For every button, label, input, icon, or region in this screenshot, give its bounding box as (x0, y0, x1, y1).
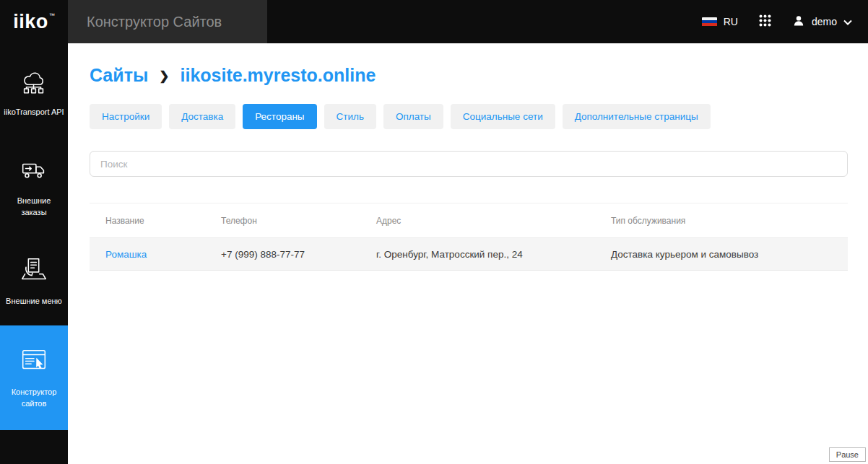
breadcrumb-separator-icon: ❯ (159, 69, 169, 84)
username-label: demo (812, 16, 837, 27)
restaurant-service-type: Доставка курьером и самовывоз (611, 249, 832, 260)
column-header-service-type: Тип обслуживания (611, 216, 832, 226)
tab-delivery[interactable]: Доставка (169, 104, 235, 129)
tab-restaurants[interactable]: Рестораны (243, 104, 316, 129)
table-header-row: Название Телефон Адрес Тип обслуживания (90, 203, 848, 237)
sidebar: iiko™ iikoTransport API (0, 0, 68, 464)
main-content: Сайты ❯ iikosite.myresto.online Настройк… (68, 43, 868, 464)
app-title-block: Конструктор Сайтов (68, 0, 267, 43)
sidebar-item-iikotransport-api[interactable]: iikoTransport API (0, 48, 68, 136)
page-title: Конструктор Сайтов (87, 14, 222, 30)
tab-settings[interactable]: Настройки (90, 104, 162, 129)
restaurant-phone: +7 (999) 888-77-77 (221, 249, 376, 260)
iiko-logo[interactable]: iiko™ (0, 0, 68, 43)
language-label: RU (724, 16, 738, 27)
external-menu-icon (17, 255, 51, 286)
pause-button[interactable]: Pause (829, 447, 866, 462)
sidebar-item-label: Внешние заказы (4, 196, 64, 219)
site-tabs: Настройки Доставка Рестораны Стиль Оплат… (90, 104, 848, 129)
cloud-network-icon (17, 66, 51, 97)
tab-additional-pages[interactable]: Дополнительные страницы (563, 104, 711, 129)
breadcrumb-current-site: iikosite.myresto.online (180, 65, 376, 86)
apps-grid-icon[interactable] (758, 14, 772, 30)
header-actions: RU demo (702, 14, 868, 30)
sidebar-item-label: Внешние меню (6, 296, 62, 307)
site-builder-icon (17, 346, 51, 377)
user-icon (792, 14, 805, 30)
tab-style[interactable]: Стиль (324, 104, 376, 129)
column-header-address: Адрес (376, 216, 611, 226)
sidebar-item-external-menus[interactable]: Внешние меню (0, 237, 68, 325)
sidebar-item-label: Конструктор сайтов (4, 387, 64, 410)
sidebar-nav: iikoTransport API Внешние заказы (0, 48, 68, 430)
restaurant-address: г. Оренбург, Матросский пер., 24 (376, 249, 611, 260)
language-switcher[interactable]: RU (702, 16, 738, 27)
search-bar (90, 151, 848, 177)
sidebar-item-label: iikoTransport API (4, 107, 64, 118)
search-input[interactable] (90, 151, 848, 177)
sidebar-item-site-builder[interactable]: Конструктор сайтов (0, 325, 68, 430)
delivery-truck-icon (17, 154, 51, 186)
flag-ru-icon (702, 17, 717, 27)
tab-payments[interactable]: Оплаты (383, 104, 443, 129)
tab-social-networks[interactable]: Социальные сети (451, 104, 555, 129)
chevron-down-icon (843, 16, 852, 27)
breadcrumb: Сайты ❯ iikosite.myresto.online (90, 65, 848, 86)
column-header-name: Название (105, 216, 221, 226)
sidebar-item-external-orders[interactable]: Внешние заказы (0, 136, 68, 237)
top-header: Конструктор Сайтов RU demo (68, 0, 868, 43)
restaurant-name-link[interactable]: Ромашка (105, 249, 221, 260)
logo-text: iiko (13, 11, 48, 33)
logo-trademark: ™ (49, 12, 55, 19)
column-header-phone: Телефон (221, 216, 376, 226)
restaurants-table: Название Телефон Адрес Тип обслуживания … (90, 203, 848, 271)
user-menu[interactable]: demo (792, 14, 852, 30)
breadcrumb-sites-link[interactable]: Сайты (90, 65, 148, 86)
table-row: Ромашка +7 (999) 888-77-77 г. Оренбург, … (90, 237, 848, 271)
